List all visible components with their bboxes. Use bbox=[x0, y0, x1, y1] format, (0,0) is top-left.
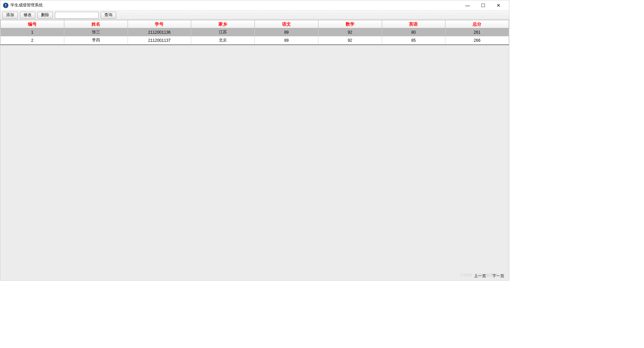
maximize-button[interactable]: ☐ bbox=[475, 0, 491, 10]
search-input[interactable] bbox=[55, 12, 99, 19]
table-cell[interactable]: 266 bbox=[445, 36, 509, 44]
titlebar: t 学生成绩管理系统 — ☐ ✕ bbox=[0, 0, 509, 10]
table-row[interactable]: 1张三2112001136江苏899280261 bbox=[1, 28, 509, 36]
table-cell[interactable]: 北京 bbox=[191, 36, 255, 44]
column-header[interactable]: 家乡 bbox=[191, 20, 255, 28]
delete-button[interactable]: 删除 bbox=[37, 12, 53, 19]
table-cell[interactable]: 80 bbox=[382, 28, 445, 36]
column-header[interactable]: 学号 bbox=[128, 20, 191, 28]
window-controls: — ☐ ✕ bbox=[460, 0, 506, 10]
table-cell[interactable]: 2112001136 bbox=[128, 28, 191, 36]
pagination-footer: 上一页 下一页 bbox=[473, 273, 506, 280]
table-cell[interactable]: 2112001137 bbox=[128, 36, 191, 44]
column-header[interactable]: 英语 bbox=[382, 20, 445, 28]
content-area: 编号姓名学号家乡语文数学英语总分 1张三2112001136江苏89928026… bbox=[0, 20, 509, 280]
table-cell[interactable]: 江苏 bbox=[191, 28, 255, 36]
minimize-button[interactable]: — bbox=[460, 0, 475, 10]
table-header: 编号姓名学号家乡语文数学英语总分 bbox=[1, 20, 509, 28]
app-icon-letter: t bbox=[5, 3, 6, 7]
close-button[interactable]: ✕ bbox=[491, 0, 506, 10]
maximize-icon: ☐ bbox=[481, 3, 485, 8]
table-cell[interactable]: 92 bbox=[318, 28, 382, 36]
table-cell[interactable]: 2 bbox=[1, 36, 64, 44]
next-page-button[interactable]: 下一页 bbox=[491, 273, 506, 280]
app-window: t 学生成绩管理系统 — ☐ ✕ 添加 修改 删除 查询 编号姓名学号家乡语文数… bbox=[0, 0, 509, 281]
prev-page-button[interactable]: 上一页 bbox=[473, 273, 487, 280]
column-header[interactable]: 总分 bbox=[445, 20, 509, 28]
query-button[interactable]: 查询 bbox=[101, 12, 116, 19]
column-header[interactable]: 语文 bbox=[255, 20, 318, 28]
column-header[interactable]: 编号 bbox=[1, 20, 64, 28]
table-cell[interactable]: 261 bbox=[445, 28, 509, 36]
add-button[interactable]: 添加 bbox=[2, 12, 18, 19]
table-wrapper: 编号姓名学号家乡语文数学英语总分 1张三2112001136江苏89928026… bbox=[0, 20, 509, 45]
table-row[interactable]: 2李四2112001137北京899285266 bbox=[1, 36, 509, 44]
minimize-icon: — bbox=[465, 3, 470, 8]
table-cell[interactable]: 1 bbox=[1, 28, 64, 36]
table-cell[interactable]: 张三 bbox=[64, 28, 128, 36]
close-icon: ✕ bbox=[497, 3, 501, 8]
window-title: 学生成绩管理系统 bbox=[10, 2, 460, 8]
column-header[interactable]: 数学 bbox=[318, 20, 382, 28]
table-cell[interactable]: 89 bbox=[255, 36, 318, 44]
table-body: 1张三2112001136江苏8992802612李四2112001137北京8… bbox=[1, 28, 509, 44]
table-cell[interactable]: 李四 bbox=[64, 36, 128, 44]
column-header[interactable]: 姓名 bbox=[64, 20, 128, 28]
edit-button[interactable]: 修改 bbox=[20, 12, 35, 19]
data-table[interactable]: 编号姓名学号家乡语文数学英语总分 1张三2112001136江苏89928026… bbox=[0, 20, 509, 44]
table-cell[interactable]: 85 bbox=[382, 36, 445, 44]
table-cell[interactable]: 89 bbox=[255, 28, 318, 36]
toolbar: 添加 修改 删除 查询 bbox=[0, 10, 509, 20]
app-icon: t bbox=[3, 3, 8, 8]
table-cell[interactable]: 92 bbox=[318, 36, 382, 44]
